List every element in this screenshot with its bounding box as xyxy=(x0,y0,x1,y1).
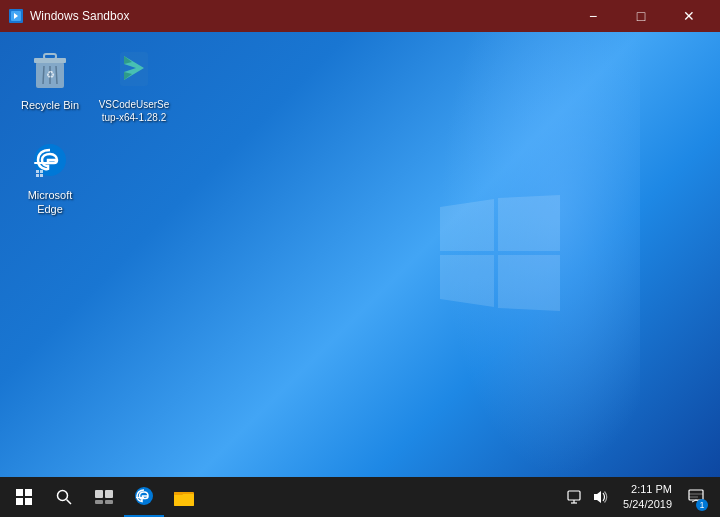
start-button[interactable] xyxy=(4,477,44,517)
maximize-button[interactable]: □ xyxy=(618,0,664,32)
vscode-svg xyxy=(114,48,154,92)
svg-rect-18 xyxy=(25,489,32,496)
system-clock[interactable]: 2:11 PM 5/24/2019 xyxy=(616,482,676,513)
window-controls: − □ ✕ xyxy=(570,0,712,32)
svg-line-22 xyxy=(67,500,72,505)
window-title: Windows Sandbox xyxy=(30,9,129,23)
title-bar: Windows Sandbox − □ ✕ xyxy=(0,0,720,32)
svg-rect-17 xyxy=(16,489,23,496)
desktop-icon-row-2: Microsoft Edge xyxy=(10,132,174,221)
svg-rect-13 xyxy=(36,170,39,173)
microsoft-edge-image xyxy=(26,136,74,184)
desktop: ♻ Recycle Bin VSCodeUser xyxy=(0,32,720,477)
svg-point-21 xyxy=(58,491,68,501)
svg-rect-15 xyxy=(36,174,39,177)
task-view-button[interactable] xyxy=(84,477,124,517)
desktop-icons: ♻ Recycle Bin VSCodeUser xyxy=(10,42,174,221)
vscode-setup-icon[interactable]: VSCodeUserSetup-x64-1.28.2 xyxy=(94,42,174,128)
svg-text:♻: ♻ xyxy=(46,69,55,80)
recycle-bin-svg: ♻ xyxy=(30,48,70,92)
svg-rect-19 xyxy=(16,498,23,505)
volume-icon[interactable] xyxy=(588,485,612,509)
svg-line-5 xyxy=(56,66,57,84)
svg-rect-30 xyxy=(174,494,194,506)
search-icon xyxy=(56,489,72,505)
file-explorer-icon xyxy=(174,488,194,506)
network-icon[interactable] xyxy=(562,485,586,509)
recycle-bin-label: Recycle Bin xyxy=(21,98,79,112)
microsoft-edge-icon[interactable]: Microsoft Edge xyxy=(10,132,90,221)
vscode-setup-image xyxy=(110,46,158,94)
taskbar: 2:11 PM 5/24/2019 1 xyxy=(0,477,720,517)
title-bar-left: Windows Sandbox xyxy=(8,8,129,24)
clock-time: 2:11 PM xyxy=(631,482,672,497)
vscode-label: VSCodeUserSetup-x64-1.28.2 xyxy=(98,98,170,124)
svg-rect-7 xyxy=(44,54,56,59)
svg-rect-31 xyxy=(174,492,183,495)
app-icon xyxy=(8,8,24,24)
windows-logo-watermark xyxy=(440,195,560,315)
file-explorer-button[interactable] xyxy=(164,477,204,517)
recycle-bin-icon[interactable]: ♻ Recycle Bin xyxy=(10,42,90,128)
close-button[interactable]: ✕ xyxy=(666,0,712,32)
start-icon xyxy=(16,489,32,505)
notification-badge: 1 xyxy=(696,499,708,511)
svg-rect-23 xyxy=(95,490,103,498)
svg-line-3 xyxy=(43,66,44,84)
task-view-icon xyxy=(95,490,113,504)
notification-center-button[interactable]: 1 xyxy=(680,477,712,517)
desktop-icon-row-1: ♻ Recycle Bin VSCodeUser xyxy=(10,42,174,128)
system-tray-icons xyxy=(562,485,612,509)
svg-rect-32 xyxy=(568,491,580,500)
svg-rect-25 xyxy=(95,500,103,504)
recycle-bin-image: ♻ xyxy=(26,46,74,94)
svg-rect-16 xyxy=(40,174,43,177)
edge-svg xyxy=(30,138,70,182)
taskbar-right: 2:11 PM 5/24/2019 1 xyxy=(562,477,716,517)
microsoft-edge-label: Microsoft Edge xyxy=(14,188,86,217)
search-button[interactable] xyxy=(44,477,84,517)
clock-date: 5/24/2019 xyxy=(623,497,672,512)
svg-rect-24 xyxy=(105,490,113,498)
svg-rect-14 xyxy=(40,170,43,173)
taskbar-left xyxy=(4,477,204,517)
taskbar-edge-button[interactable] xyxy=(124,477,164,517)
minimize-button[interactable]: − xyxy=(570,0,616,32)
svg-rect-26 xyxy=(105,500,113,504)
svg-rect-20 xyxy=(25,498,32,505)
edge-taskbar-icon xyxy=(134,486,154,506)
svg-rect-11 xyxy=(34,162,52,164)
